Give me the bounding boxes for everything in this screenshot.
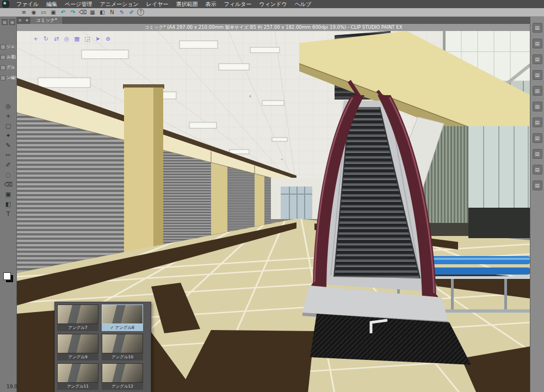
command-toolbar: ≡ ◉ ▭ ▣ ↶ ↷ ⌫ ▦ ◧ N ✎ ✐ ? bbox=[0, 8, 544, 17]
help-icon[interactable]: ? bbox=[137, 9, 144, 16]
collapsed-panel-line-edit[interactable]: ン編集 bbox=[1, 75, 16, 80]
fill-tool-icon[interactable]: ▣ bbox=[2, 190, 14, 199]
palette-dock-icon[interactable]: ▤ bbox=[533, 117, 542, 127]
palette-dock-icon[interactable]: ▤ bbox=[533, 102, 542, 111]
main-menu-icon[interactable]: ≡ bbox=[20, 9, 28, 16]
app-logo-icon[interactable] bbox=[2, 1, 9, 8]
camera-toolbar: + ↻ ⇄ ◎ ▦ ◲ ➤ ⊕ bbox=[32, 35, 112, 43]
check-icon: ✓ bbox=[110, 325, 114, 330]
main-color-swatch[interactable] bbox=[3, 272, 11, 280]
menu-animation[interactable]: アニメーション bbox=[96, 0, 142, 8]
angle-item[interactable]: アングル12 bbox=[102, 363, 143, 390]
menu-window[interactable]: ウィンドウ bbox=[255, 0, 290, 8]
angle-thumbnail[interactable] bbox=[102, 304, 143, 324]
clear-icon[interactable]: ⌫ bbox=[78, 9, 87, 16]
camera-dolly-icon[interactable]: ⇄ bbox=[52, 35, 60, 43]
palette-dock-icon[interactable]: ▤ bbox=[533, 23, 542, 33]
brush-icon[interactable]: ✐ bbox=[127, 9, 136, 16]
eraser-tool-icon[interactable]: ⌫ bbox=[2, 180, 14, 189]
menu-layer[interactable]: レイヤー bbox=[143, 0, 172, 8]
tab-menu-icon[interactable]: ▾ bbox=[23, 17, 30, 24]
angle-item[interactable]: アングル10 bbox=[102, 334, 143, 360]
angle-thumbnail[interactable] bbox=[57, 304, 98, 324]
collapsed-panel-angle[interactable]: グル bbox=[1, 65, 16, 70]
menu-edit[interactable]: 編集 bbox=[42, 0, 61, 8]
menu-file[interactable]: ファイル bbox=[13, 0, 42, 8]
redo-icon[interactable]: ↷ bbox=[69, 9, 77, 16]
angle-item[interactable]: アングル11 bbox=[57, 363, 98, 390]
object-rotate-icon[interactable]: ◲ bbox=[83, 35, 91, 43]
angle-item-selected[interactable]: ✓アングル8 bbox=[102, 304, 143, 331]
corridor-end-doors bbox=[271, 178, 322, 222]
camera-pan-icon[interactable]: + bbox=[32, 35, 40, 43]
collapse-left-icon[interactable]: ▧ bbox=[2, 19, 8, 25]
undo-icon[interactable]: ↶ bbox=[59, 9, 67, 16]
palette-dock-icon[interactable]: ▤ bbox=[533, 165, 542, 175]
collapsed-panel-object[interactable]: ジェクト bbox=[1, 44, 16, 49]
pencil-tool-icon[interactable]: ✏ bbox=[2, 151, 14, 160]
panel-icon bbox=[1, 65, 5, 70]
panel-icon bbox=[1, 76, 5, 80]
new-canvas-icon[interactable]: ▭ bbox=[39, 9, 48, 16]
panel-list-icon[interactable]: ▤ bbox=[9, 19, 15, 25]
angle-thumbnail[interactable] bbox=[102, 363, 143, 383]
move-tool-icon[interactable]: + bbox=[2, 111, 14, 121]
right-palette-rail: ▤ ▤ ▤ ▤ ▤ ▤ ▤ ▤ ▤ ▤ ▤ bbox=[530, 17, 544, 392]
angle-thumbnail[interactable] bbox=[57, 363, 98, 383]
palette-dock-icon[interactable]: ▤ bbox=[533, 54, 542, 64]
pen-tool-icon[interactable]: ✎ bbox=[2, 141, 14, 150]
palette-dock-icon[interactable]: ▤ bbox=[533, 39, 542, 48]
palette-dock-icon[interactable]: ▤ bbox=[533, 133, 542, 143]
document-window: × ▾ コミック* コミック* (A4 297.00 x 210.00mm 製本… bbox=[16, 17, 530, 392]
object-fly-icon[interactable]: ➤ bbox=[94, 35, 102, 43]
grid-icon[interactable]: ▦ bbox=[88, 9, 97, 16]
collapsed-panel-tool-select[interactable]: ル選択 bbox=[1, 54, 16, 60]
auto-select-tool-icon[interactable]: ✦ bbox=[2, 131, 14, 140]
color-swatches bbox=[3, 272, 13, 282]
save-icon[interactable]: ▣ bbox=[49, 9, 58, 16]
palette-dock-icon[interactable]: ▤ bbox=[533, 149, 542, 159]
camera-rotate-icon[interactable]: ↻ bbox=[42, 35, 50, 43]
panel-icon bbox=[1, 45, 5, 49]
left-tool-rail: ▧ ▤ ジェクト ル選択 グル ン編集 ◎ + ▢ ✦ ✎ ✏ ✐ ◌ ⌫ ▣ … bbox=[0, 17, 17, 392]
angle-item[interactable]: アングル9 bbox=[57, 334, 98, 360]
palette-dock-icon[interactable]: ▤ bbox=[533, 181, 542, 190]
close-tab-icon[interactable]: × bbox=[16, 17, 23, 24]
gradient-tool-icon[interactable]: ◧ bbox=[2, 200, 14, 209]
document-tab-comic[interactable]: コミック* bbox=[30, 17, 63, 24]
palette-dock-icon[interactable]: ▤ bbox=[533, 70, 542, 80]
text-tool-icon[interactable]: T bbox=[2, 209, 14, 219]
menu-filter[interactable]: フィルター bbox=[220, 0, 256, 8]
camera-target-icon[interactable]: ◎ bbox=[63, 35, 71, 43]
zoom-level-readout: 19.0 bbox=[0, 384, 28, 389]
menu-bar: ファイル 編集 ページ管理 アニメーション レイヤー 選択範囲 表示 フィルター… bbox=[0, 0, 544, 8]
document-title-bar: コミック* (A4 297.00 x 210.00mm 製本サイズ:B5 判 2… bbox=[16, 24, 530, 31]
menu-help[interactable]: ヘルプ bbox=[291, 0, 316, 8]
clip-studio-home-icon[interactable]: ◉ bbox=[29, 9, 38, 16]
menu-selection[interactable]: 選択範囲 bbox=[172, 0, 202, 8]
menu-page-manage[interactable]: ページ管理 bbox=[61, 0, 96, 8]
object-snap-icon[interactable]: ⊕ bbox=[104, 35, 112, 43]
object-move-icon[interactable]: ▦ bbox=[73, 35, 81, 43]
menu-view[interactable]: 表示 bbox=[202, 0, 220, 8]
selection-icon[interactable]: ◧ bbox=[98, 9, 107, 16]
camera-angle-panel: アングル7 ✓アングル8 アングル9 アングル10 アングル11 bbox=[54, 302, 151, 392]
panel-icon bbox=[1, 55, 5, 60]
pen-icon[interactable]: ✎ bbox=[118, 9, 126, 16]
palette-dock-icon[interactable]: ▤ bbox=[533, 86, 542, 96]
airbrush-tool-icon[interactable]: ◌ bbox=[2, 170, 14, 179]
selection-tool-icon[interactable]: ▢ bbox=[2, 121, 14, 130]
canvas-viewport[interactable]: + ↻ ⇄ ◎ ▦ ◲ ➤ ⊕ アングル7 ✓アングル8 bbox=[16, 31, 530, 392]
angle-thumbnail[interactable] bbox=[57, 334, 98, 353]
brush-tool-icon[interactable]: ✐ bbox=[2, 160, 14, 170]
angle-thumbnail[interactable] bbox=[102, 334, 143, 353]
zoom-tool-icon[interactable]: ◎ bbox=[2, 102, 14, 111]
angle-item[interactable]: アングル7 bbox=[57, 304, 98, 331]
document-tab-bar: × ▾ コミック* bbox=[16, 17, 530, 24]
navigator-icon[interactable]: N bbox=[108, 9, 116, 16]
